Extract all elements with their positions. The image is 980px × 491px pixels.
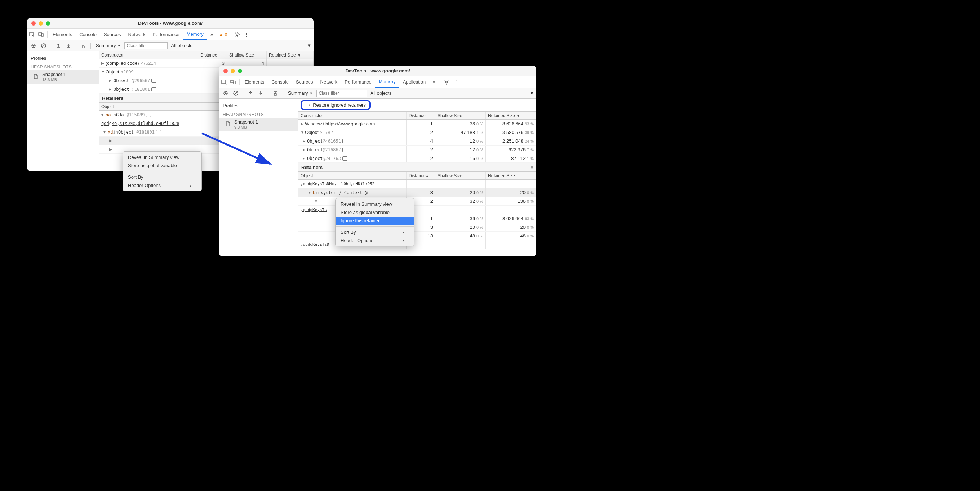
menu-ignore-retainer[interactable]: Ignore this retainer [336,216,414,225]
menu-lines-icon[interactable]: ≡ [531,165,533,170]
download-icon[interactable] [64,41,73,50]
record-icon[interactable] [29,41,38,50]
triangle-down-icon[interactable]: ▼ [309,191,312,194]
class-filter-input[interactable] [317,90,367,97]
table-row[interactable]: ▶Object @461651 4 120 % 2 251 04824 % [298,137,536,146]
table-row[interactable]: ▶Window / https://www.google.com 1 360 %… [298,119,536,128]
triangle-right-icon[interactable]: ▶ [303,148,306,152]
close-icon[interactable] [223,69,228,73]
retainer-link-row[interactable]: ,qddgKe,sTsD [298,240,536,249]
col-retained[interactable]: Retained Size [486,172,536,180]
triangle-right-icon[interactable]: ▶ [109,78,113,83]
table-row[interactable]: ▼Object ×1782 2 47 1881 % 3 580 57639 % [298,128,536,137]
minimize-icon[interactable] [38,21,43,25]
scope-select[interactable]: All objects [368,90,394,97]
triangle-right-icon[interactable]: ▶ [301,122,304,126]
clear-icon[interactable] [231,89,240,98]
table-row[interactable]: ▶Object @216867 2 120 % 622 3767 % [298,146,536,154]
col-retained[interactable]: Retained Size ▼ [486,112,536,119]
triangle-down-icon[interactable]: ▼ [101,113,105,117]
caret-down-icon[interactable]: ▼ [530,91,534,96]
menu-sort-by[interactable]: Sort By› [336,228,414,236]
tab-memory[interactable]: Memory [183,29,207,40]
tab-sources[interactable]: Sources [100,29,125,40]
col-distance[interactable]: Distance [407,112,435,119]
inspect-icon[interactable] [27,30,37,39]
device-toggle-icon[interactable] [229,78,238,87]
caret-down-icon[interactable]: ▼ [307,43,312,48]
snapshot-item[interactable]: Snapshot 1 9.3 MB [219,118,298,131]
tab-sources[interactable]: Sources [292,76,317,87]
scope-select[interactable]: All objects [169,42,195,49]
kebab-icon[interactable]: ⋮ [451,78,461,87]
upload-icon[interactable] [54,41,63,50]
triangle-right-icon[interactable]: ▶ [109,147,113,151]
tab-application[interactable]: Application [399,76,430,87]
inspect-icon[interactable] [219,78,229,87]
retainer-row[interactable]: 1 360 % 8 626 66493 % [298,215,536,223]
retainer-row[interactable]: 13 480 % 480 % [298,232,536,240]
menu-store-global[interactable]: Store as global variable [336,208,414,216]
retainer-row[interactable]: 3 200 % 200 % [298,223,536,232]
col-shallow[interactable]: Shallow Size [435,172,486,180]
triangle-down-icon[interactable]: ▼ [301,130,304,134]
menu-store-global[interactable]: Store as global variable [123,161,202,170]
retainer-row[interactable]: ▼b in system / Context @ 3 200 % 200 % [298,188,536,197]
col-retained[interactable]: Retained Size ▼ [267,51,313,59]
col-object[interactable]: Object [298,172,407,180]
restore-ignored-button[interactable]: ≡× Restore ignored retainers [301,100,371,110]
clear-icon[interactable] [39,41,48,50]
menu-header-options[interactable]: Header Options› [123,181,202,189]
tab-memory[interactable]: Memory [375,76,399,87]
snapshot-item[interactable]: Snapshot 1 13.6 MB [27,70,99,84]
menu-reveal-summary[interactable]: Reveal in Summary view [123,153,202,161]
triangle-right-icon[interactable]: ▶ [109,87,113,91]
tab-elements[interactable]: Elements [241,76,268,87]
zoom-icon[interactable] [238,69,242,73]
tab-performance[interactable]: Performance [149,29,183,40]
zoom-icon[interactable] [46,21,50,25]
settings-icon[interactable] [442,78,451,87]
upload-icon[interactable] [246,89,255,98]
table-row[interactable]: ▶Object @241763 2 160 % 87 1121 % [298,154,536,163]
menu-sort-by[interactable]: Sort By› [123,173,202,181]
record-icon[interactable] [221,89,230,98]
col-distance[interactable]: Distance [198,51,227,59]
tab-console[interactable]: Console [76,29,100,40]
close-icon[interactable] [31,21,36,25]
col-shallow[interactable]: Shallow Size [227,51,267,59]
menu-reveal-summary[interactable]: Reveal in Summary view [336,200,414,208]
triangle-down-icon[interactable]: ▼ [103,130,107,134]
triangle-right-icon[interactable]: ▶ [109,139,113,143]
minimize-icon[interactable] [231,69,235,73]
class-filter-input[interactable] [124,42,168,49]
triangle-down-icon[interactable]: ▼ [314,199,318,203]
device-toggle-icon[interactable] [37,30,46,39]
tab-network[interactable]: Network [125,29,149,40]
col-shallow[interactable]: Shallow Size [435,112,486,119]
warning-badge[interactable]: ▲2 [216,32,229,37]
menu-header-options[interactable]: Header Options› [336,236,414,245]
more-tabs-icon[interactable]: » [207,30,216,39]
tab-elements[interactable]: Elements [49,29,76,40]
triangle-right-icon[interactable]: ▶ [303,156,306,160]
gc-icon[interactable] [271,89,280,98]
col-distance[interactable]: Distance▲ [407,172,435,180]
retainer-link-row[interactable]: ,qddgKe,sTs [298,206,536,215]
retainer-link-row[interactable]: ,qddgKe,sTsDMc,dtl0hd,eHDfl:952 [298,180,536,188]
more-tabs-icon[interactable]: » [429,78,439,87]
col-constructor[interactable]: Constructor [298,112,407,119]
view-select[interactable]: Summary▼ [286,90,315,97]
triangle-right-icon[interactable]: ▶ [101,61,105,65]
download-icon[interactable] [256,89,265,98]
retainer-row[interactable]: ▼ 2 320 % 1360 % [298,197,536,206]
tab-console[interactable]: Console [268,76,292,87]
triangle-right-icon[interactable]: ▶ [303,139,306,143]
settings-icon[interactable] [232,30,242,39]
view-select[interactable]: Summary▼ [94,42,123,49]
triangle-down-icon[interactable]: ▼ [101,70,105,74]
tab-performance[interactable]: Performance [341,76,375,87]
tab-network[interactable]: Network [317,76,341,87]
gc-icon[interactable] [79,41,88,50]
kebab-icon[interactable]: ⋮ [242,30,251,39]
